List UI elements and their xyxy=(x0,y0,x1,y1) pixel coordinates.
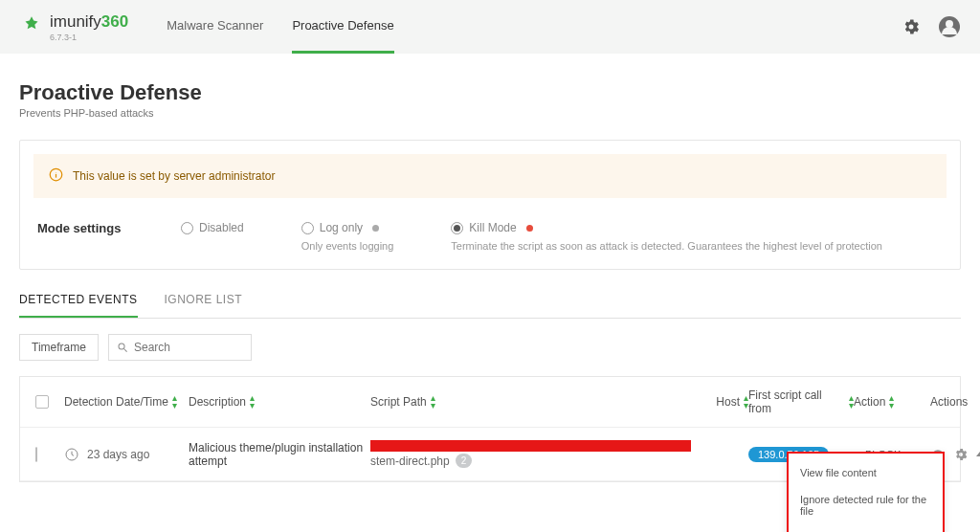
mode-log-only[interactable]: Log only Only events logging xyxy=(301,221,394,252)
filters: Timeframe xyxy=(19,334,961,361)
mode-disabled[interactable]: Disabled xyxy=(181,221,244,252)
row-time: 23 days ago xyxy=(87,448,149,461)
subtab-ignore-list[interactable]: IGNORE LIST xyxy=(165,293,243,318)
clock-icon xyxy=(64,447,79,462)
brand-version: 6.7.3-1 xyxy=(50,33,128,42)
mode-label: Mode settings xyxy=(37,221,143,235)
sort-icon: ▴▾ xyxy=(250,394,255,410)
topbar-actions xyxy=(902,15,961,38)
search-input[interactable] xyxy=(134,341,243,354)
row-path-suffix: stem-direct.php xyxy=(370,454,450,468)
subtabs: DETECTED EVENTS IGNORE LIST xyxy=(19,293,961,319)
notice-text: This value is set by server administrato… xyxy=(73,169,275,183)
radio-icon xyxy=(301,222,314,234)
brand-text: imunify360 xyxy=(50,12,128,32)
page-subtitle: Prevents PHP-based attacks xyxy=(19,107,961,119)
mode-logonly-desc: Only events logging xyxy=(301,240,394,252)
col-first-call[interactable]: First script call from▴▾ xyxy=(748,388,854,415)
page: Proactive Defense Prevents PHP-based att… xyxy=(0,54,980,482)
row-checkbox[interactable] xyxy=(35,447,37,462)
brand-name-2: 360 xyxy=(101,12,128,31)
table-header: Detection Date/Time▴▾ Description▴▾ Scri… xyxy=(20,377,960,428)
settings-panel: This value is set by server administrato… xyxy=(19,140,961,270)
redacted-path xyxy=(370,440,691,452)
radio-icon xyxy=(451,222,463,234)
info-icon xyxy=(49,167,63,185)
col-detection[interactable]: Detection Date/Time▴▾ xyxy=(64,394,189,410)
nav-tabs: Malware Scanner Proactive Defense xyxy=(167,0,393,54)
status-dot-icon xyxy=(526,225,533,232)
row-actions-menu: View file content Ignore detected rule f… xyxy=(787,452,945,532)
mode-logonly-label: Log only xyxy=(320,221,363,234)
cell-script-path: stem-direct.php 2 xyxy=(370,440,691,468)
mode-options: Disabled Log only Only events logging Ki… xyxy=(181,221,882,252)
col-script-path[interactable]: Script Path▴▾ xyxy=(370,394,691,410)
timeframe-button[interactable]: Timeframe xyxy=(19,334,99,361)
svg-point-5 xyxy=(119,344,124,349)
menu-ignore-rule[interactable]: Ignore detected rule for the file xyxy=(789,486,943,524)
page-title: Proactive Defense xyxy=(19,80,961,105)
sort-icon: ▴▾ xyxy=(172,394,177,410)
caret-up-icon[interactable] xyxy=(976,452,980,456)
mode-settings: Mode settings Disabled Log only Only eve… xyxy=(20,211,960,265)
svg-point-1 xyxy=(946,20,953,28)
mode-disabled-label: Disabled xyxy=(199,221,244,234)
col-actions: Actions xyxy=(930,395,980,409)
sort-icon: ▴▾ xyxy=(889,394,894,410)
status-dot-icon xyxy=(372,225,379,232)
tab-malware-scanner[interactable]: Malware Scanner xyxy=(167,0,263,54)
events-table: Detection Date/Time▴▾ Description▴▾ Scri… xyxy=(19,376,961,482)
topbar: imunify360 6.7.3-1 Malware Scanner Proac… xyxy=(0,0,980,54)
search-icon xyxy=(117,341,128,354)
event-count-badge: 2 xyxy=(456,454,473,468)
cell-detection: 23 days ago xyxy=(64,447,189,462)
admin-notice: This value is set by server administrato… xyxy=(33,154,947,198)
gear-icon[interactable] xyxy=(953,447,969,462)
gear-icon[interactable] xyxy=(902,17,921,36)
subtab-detected-events[interactable]: DETECTED EVENTS xyxy=(19,293,138,318)
logo-icon xyxy=(19,14,44,39)
tab-proactive-defense[interactable]: Proactive Defense xyxy=(292,0,393,54)
col-description[interactable]: Description▴▾ xyxy=(189,394,370,410)
sort-icon: ▴▾ xyxy=(431,394,435,410)
brand-logo: imunify360 6.7.3-1 xyxy=(19,12,128,42)
search-input-wrap[interactable] xyxy=(108,334,252,361)
mode-kill[interactable]: Kill Mode Terminate the script as soon a… xyxy=(451,221,882,252)
brand-name-1: imunify xyxy=(50,12,101,31)
mode-kill-label: Kill Mode xyxy=(469,221,516,234)
menu-ignore-all[interactable]: Ignore all rules for the file xyxy=(789,524,943,532)
select-all-checkbox[interactable] xyxy=(35,395,49,409)
menu-view-file[interactable]: View file content xyxy=(789,459,943,486)
avatar-icon[interactable] xyxy=(938,15,961,38)
cell-description: Malicious theme/plugin installation atte… xyxy=(189,441,370,468)
radio-icon xyxy=(181,222,193,234)
col-host[interactable]: Host▴▾ xyxy=(691,394,748,410)
col-action[interactable]: Action▴▾ xyxy=(854,394,930,410)
mode-kill-desc: Terminate the script as soon as attack i… xyxy=(451,240,882,252)
svg-line-6 xyxy=(123,349,126,352)
